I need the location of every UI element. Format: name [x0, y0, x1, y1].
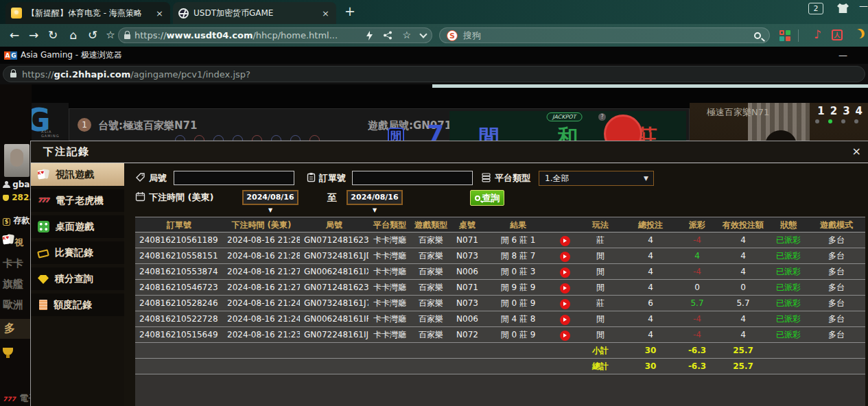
- browser-tab-1[interactable]: 【新提醒】体育电竞 - 海燕策略 ×: [5, 2, 170, 24]
- bookmark-star-icon[interactable]: ☆: [102, 24, 119, 47]
- cell-payout: -4: [677, 311, 717, 326]
- lock-icon: [10, 73, 16, 77]
- total-label: 總計: [577, 359, 624, 374]
- replay-button[interactable]: [560, 252, 570, 262]
- dice-icon: [38, 221, 49, 232]
- forward-button[interactable]: →: [25, 24, 43, 47]
- close-tab-icon[interactable]: ×: [320, 8, 331, 19]
- cell-total-bet: 4: [624, 280, 677, 295]
- replay-button[interactable]: [560, 236, 570, 246]
- seat-numbers[interactable]: 12 34: [817, 105, 863, 117]
- nav-item-multi[interactable]: 多: [0, 319, 32, 339]
- search-icon[interactable]: [754, 32, 761, 39]
- subtotal-valid: 25.7: [717, 343, 769, 358]
- nav-item[interactable]: 歐洲: [3, 298, 23, 311]
- ag-address-bar[interactable]: https://gci.2hhapi.com/agingame/pcv1/ind…: [3, 66, 865, 82]
- cell-game-mode: 多台: [808, 296, 865, 311]
- cell-total-bet: 4: [624, 232, 677, 248]
- money-bag-icon: [3, 195, 9, 201]
- query-button[interactable]: 查詢: [470, 190, 504, 206]
- sidebar-item-cards[interactable]: 視訊遊戲: [31, 163, 124, 186]
- total-row: 總計 30 -6.3 25.7: [135, 359, 865, 374]
- video-games-nav[interactable]: 視: [3, 234, 23, 249]
- cell-game-type: 百家樂: [411, 264, 451, 279]
- lobby-left-nav: gbaa 282. $ 存款 視 卡卡 旗艦 歐洲 多 777 電子: [0, 84, 32, 406]
- cell-status: 已派彩: [769, 232, 808, 248]
- browser-tab-2[interactable]: USDT加密货币GAME ×: [173, 2, 336, 24]
- table-row: 240816210558151 2024-08-16 21:28:23 GN07…: [135, 248, 865, 264]
- minimize-icon[interactable]: —: [859, 1, 868, 11]
- trophy-icon: [3, 348, 13, 355]
- replay-button[interactable]: [560, 267, 570, 278]
- night-mode-moon-icon[interactable]: [852, 29, 862, 39]
- cell-platform: 卡卡灣廳: [368, 248, 411, 263]
- cell-time: 2024-08-16 21:23:26: [223, 327, 300, 342]
- cell-round: GN0712481623E: [300, 232, 368, 248]
- cell-status: 已派彩: [769, 248, 808, 263]
- cell-valid-bet: 5.7: [717, 296, 769, 311]
- cell-replay: [552, 311, 577, 326]
- close-icon[interactable]: ×: [852, 145, 861, 158]
- deposit-button[interactable]: $ 存款: [3, 215, 30, 226]
- subtotal-label: 小計: [577, 343, 624, 358]
- pdf-tool-icon[interactable]: 人: [832, 29, 843, 40]
- modal-title: 下注記錄: [43, 145, 90, 158]
- ag-address-bar-row: https://gci.2hhapi.com/agingame/pcv1/ind…: [0, 64, 868, 84]
- music-icon[interactable]: ♪: [814, 27, 821, 41]
- cell-order: 240816210558151: [135, 248, 223, 263]
- cell-total-bet: 4: [624, 264, 677, 279]
- sidebar-item-doc[interactable]: 額度記錄: [31, 294, 124, 316]
- new-tab-button[interactable]: +: [344, 3, 355, 19]
- date-from-picker[interactable]: 2024/08/16 ▼: [242, 190, 298, 205]
- replay-button[interactable]: [560, 315, 570, 325]
- sidebar-item-dice[interactable]: 桌面遊戲: [31, 215, 124, 238]
- replay-button[interactable]: [560, 283, 570, 294]
- cell-payout: 0: [677, 280, 717, 295]
- page-top-strip: [432, 84, 868, 88]
- cell-platform: 卡卡灣廳: [368, 327, 411, 342]
- cell-platform: 卡卡灣廳: [368, 311, 411, 326]
- minimize-icon[interactable]: —: [838, 50, 847, 60]
- platform-filter-label: 平台類型: [495, 172, 530, 184]
- share-icon[interactable]: [383, 31, 392, 40]
- cell-status: 已派彩: [769, 311, 808, 326]
- address-bar[interactable]: https://www.usdt04.com/hhcp/home.html...…: [118, 27, 432, 43]
- slots-row[interactable]: 777 電子: [3, 391, 32, 405]
- lightning-icon[interactable]: [366, 31, 373, 40]
- cell-play-type: 莊: [577, 232, 624, 248]
- play-column-header: [552, 217, 577, 232]
- replay-button[interactable]: [560, 331, 570, 341]
- sidebar-item-gem[interactable]: 積分查詢: [31, 267, 124, 290]
- modal-header: 下注記錄 ×: [31, 141, 868, 163]
- subtotal-payout: -6.3: [677, 343, 717, 358]
- undo-button[interactable]: ↺: [84, 24, 102, 47]
- help-icon[interactable]: ?: [598, 113, 606, 121]
- replay-button[interactable]: [560, 299, 570, 309]
- sidebar-item-slot[interactable]: 電子老虎機: [31, 189, 124, 212]
- sidebar-item-ticket[interactable]: 比賽記錄: [31, 241, 124, 264]
- tab-count-badge[interactable]: 2: [808, 3, 823, 14]
- home-button[interactable]: ⌂: [64, 24, 82, 47]
- apps-grid-icon[interactable]: [779, 30, 790, 41]
- order-input[interactable]: [352, 171, 473, 185]
- reload-button[interactable]: ↻: [44, 24, 62, 47]
- round-input[interactable]: [174, 171, 294, 185]
- date-to-picker[interactable]: 2024/08/16 ▼: [347, 190, 403, 205]
- nav-item[interactable]: 旗艦: [3, 278, 23, 291]
- theme-shirt-icon[interactable]: [837, 3, 849, 13]
- tournament-row[interactable]: [3, 345, 13, 358]
- nav-item[interactable]: 卡卡: [3, 257, 23, 270]
- chevron-down-icon[interactable]: [419, 30, 427, 38]
- cell-platform: 卡卡灣廳: [368, 296, 411, 311]
- favorite-star-icon[interactable]: ☆: [402, 29, 411, 40]
- cell-round: GN072248161IJ: [300, 327, 368, 342]
- close-tab-icon[interactable]: ×: [154, 8, 165, 19]
- dealer-number-badge: 1: [78, 118, 91, 132]
- cell-result: 閒 6 莊 1: [484, 232, 552, 248]
- search-bar[interactable]: S 搜狗: [439, 27, 770, 43]
- cell-platform: 卡卡灣廳: [368, 232, 411, 248]
- back-button[interactable]: ←: [5, 24, 23, 47]
- platform-select[interactable]: 1.全部▼: [539, 171, 654, 186]
- cell-payout: 5.7: [677, 296, 717, 311]
- toolbar-separator: [798, 29, 799, 42]
